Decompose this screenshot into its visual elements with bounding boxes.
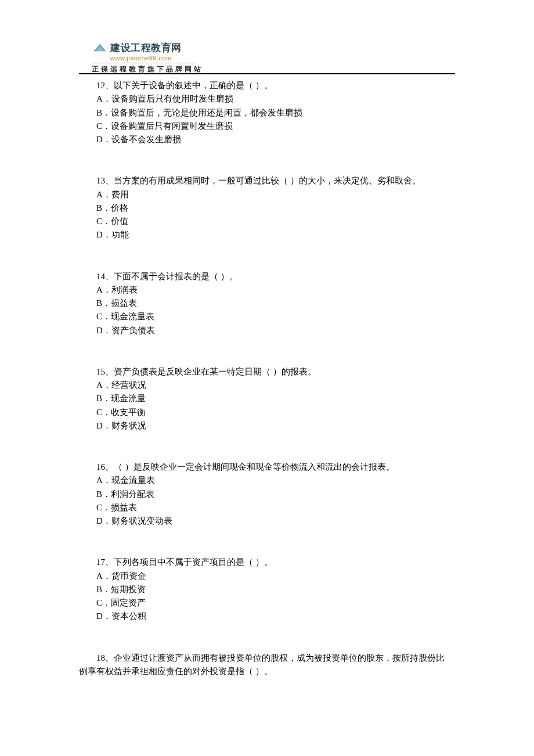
option-c: C．固定资产 bbox=[79, 596, 455, 610]
option-d: D．设备不会发生磨损 bbox=[79, 133, 455, 146]
option-b: B．短期投资 bbox=[79, 583, 455, 596]
option-b: B．设备购置后，无论是使用还是闲置，都会发生磨损 bbox=[79, 106, 455, 120]
logo-title: 建设工程教育网 bbox=[110, 41, 182, 55]
option-b: B．利润分配表 bbox=[79, 488, 455, 501]
question-text: 下面不属于会计报表的是（ ）。 bbox=[114, 272, 238, 281]
header-divider bbox=[79, 73, 455, 74]
option-b: B．现金流量 bbox=[79, 392, 455, 405]
option-c: C．现金流量表 bbox=[79, 310, 455, 323]
option-d: D．功能 bbox=[79, 228, 455, 242]
question-number: 13 bbox=[96, 176, 105, 185]
question-stem: 15、资产负债表是反映企业在某一特定日期（ ）的报表。 bbox=[79, 365, 455, 379]
question-stem: 12、以下关于设备的叙述中，正确的是（ ）。 bbox=[79, 79, 455, 92]
option-b: B．价格 bbox=[79, 201, 455, 215]
document-content: 12、以下关于设备的叙述中，正确的是（ ）。 A．设备购置后只有使用时发生磨损 … bbox=[79, 79, 455, 678]
question-number: 17 bbox=[96, 557, 105, 567]
question-15: 15、资产负债表是反映企业在某一特定日期（ ）的报表。 A．经营状况 B．现金流… bbox=[79, 365, 455, 433]
option-a: A．货币资金 bbox=[79, 570, 455, 583]
option-a: A．费用 bbox=[79, 188, 455, 201]
option-d: D．资本公积 bbox=[79, 610, 455, 623]
logo-tagline: 正保远程教育旗下品牌网站 bbox=[92, 63, 196, 74]
option-c: C．价值 bbox=[79, 215, 455, 228]
question-text: 当方案的有用成果相同时，一般可通过比较（ ）的大小，来决定优、劣和取舍。 bbox=[114, 176, 421, 185]
question-number: 14 bbox=[96, 272, 105, 281]
option-a: A．经营状况 bbox=[79, 379, 455, 392]
document-header: 建设工程教育网 www.jianshe99.com 正保远程教育旗下品牌网站 bbox=[92, 39, 196, 74]
question-stem: 16、（ ）是反映企业一定会计期间现金和现金等价物流入和流出的会计报表。 bbox=[79, 460, 455, 474]
question-text: 下列各项目中不属于资产项目的是（ ）。 bbox=[114, 557, 273, 567]
question-number: 16 bbox=[96, 462, 105, 471]
logo-icon bbox=[92, 39, 108, 56]
option-b: B．损益表 bbox=[79, 297, 455, 310]
option-a: A．利润表 bbox=[79, 283, 455, 297]
question-17: 17、下列各项目中不属于资产项目的是（ ）。 A．货币资金 B．短期投资 C．固… bbox=[79, 556, 455, 623]
question-14: 14、下面不属于会计报表的是（ ）。 A．利润表 B．损益表 C．现金流量表 D… bbox=[79, 270, 455, 337]
logo-url: www.jianshe99.com bbox=[110, 55, 196, 62]
question-18: 18、企业通过让渡资产从而拥有被投资单位的股权，成为被投资单位的股东，按所持股份… bbox=[79, 651, 455, 679]
question-text: 资产负债表是反映企业在某一特定日期（ ）的报表。 bbox=[114, 367, 316, 376]
question-16: 16、（ ）是反映企业一定会计期间现金和现金等价物流入和流出的会计报表。 A．现… bbox=[79, 460, 455, 528]
question-stem: 18、企业通过让渡资产从而拥有被投资单位的股权，成为被投资单位的股东，按所持股份… bbox=[79, 651, 455, 665]
question-12: 12、以下关于设备的叙述中，正确的是（ ）。 A．设备购置后只有使用时发生磨损 … bbox=[79, 79, 455, 146]
question-text: （ ）是反映企业一定会计期间现金和现金等价物流入和流出的会计报表。 bbox=[114, 462, 395, 471]
question-text: 以下关于设备的叙述中，正确的是（ ）。 bbox=[114, 81, 273, 90]
option-d: D．财务状况 bbox=[79, 419, 455, 433]
question-text-line2: 例享有权益并承担相应责任的对外投资是指（ ）。 bbox=[79, 665, 455, 678]
question-stem: 17、下列各项目中不属于资产项目的是（ ）。 bbox=[79, 556, 455, 569]
question-13: 13、当方案的有用成果相同时，一般可通过比较（ ）的大小，来决定优、劣和取舍。 … bbox=[79, 174, 455, 242]
option-d: D．财务状况变动表 bbox=[79, 514, 455, 528]
logo-row: 建设工程教育网 bbox=[92, 39, 196, 56]
option-a: A．现金流量表 bbox=[79, 474, 455, 487]
option-c: C．损益表 bbox=[79, 501, 455, 514]
option-d: D．资产负债表 bbox=[79, 324, 455, 337]
question-number: 18 bbox=[96, 653, 105, 663]
option-a: A．设备购置后只有使用时发生磨损 bbox=[79, 92, 455, 106]
question-text-line1: 企业通过让渡资产从而拥有被投资单位的股权，成为被投资单位的股东，按所持股份比 bbox=[114, 653, 445, 663]
option-c: C．收支平衡 bbox=[79, 406, 455, 419]
option-c: C．设备购置后只有闲置时发生磨损 bbox=[79, 120, 455, 133]
question-number: 15 bbox=[96, 367, 105, 376]
question-number: 12 bbox=[96, 81, 105, 90]
question-stem: 13、当方案的有用成果相同时，一般可通过比较（ ）的大小，来决定优、劣和取舍。 bbox=[79, 174, 455, 188]
question-stem: 14、下面不属于会计报表的是（ ）。 bbox=[79, 270, 455, 283]
